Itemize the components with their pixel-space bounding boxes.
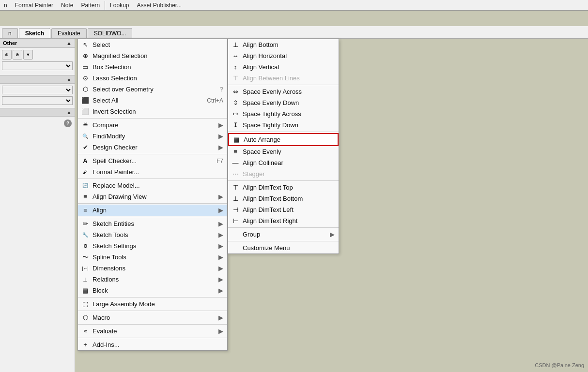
separator-8 [78, 324, 227, 325]
stagger-icon [231, 170, 240, 179]
aligndrawingview-arrow: ▶ [218, 193, 223, 200]
prop-expand-btn[interactable]: ▲ [66, 40, 72, 46]
help-icon[interactable]: ? [64, 119, 72, 127]
sketchtools-arrow: ▶ [218, 231, 223, 238]
menu-item-sketchsettings[interactable]: Sketch Settings ▶ [78, 240, 227, 252]
prop-select-2[interactable] [2, 86, 73, 94]
menu-item-selectgeom[interactable]: Select over Geometry ? [78, 84, 227, 95]
prop-section-expand-1[interactable]: ▲ [66, 76, 72, 82]
align-submenu-aligncollinear[interactable]: Align Collinear [228, 157, 339, 168]
group-arrow: ▶ [330, 231, 335, 238]
menu-n[interactable]: n [0, 1, 11, 10]
menu-item-aligndrawingview[interactable]: Align Drawing View ▶ [78, 191, 227, 202]
menu-item-lasso[interactable]: Lasso Selection [78, 73, 227, 84]
menu-item-magnified[interactable]: Magnified Selection [78, 50, 227, 61]
menu-asset-publisher[interactable]: Asset Publisher... [133, 1, 186, 10]
menu-item-formatpainter[interactable]: Format Painter... [78, 166, 227, 178]
prop-select-1[interactable] [2, 61, 73, 70]
align-horiz-icon [231, 52, 240, 60]
sketchentities-arrow: ▶ [218, 220, 223, 227]
prop-icon-btn-2[interactable]: ⊗ [13, 50, 22, 60]
align-submenu-alignhoriz[interactable]: Align Horizontal [228, 50, 339, 61]
tab-n[interactable]: n [2, 28, 18, 38]
align-between-icon [231, 74, 240, 83]
menu-item-evaluate[interactable]: Evaluate ▶ [78, 326, 227, 337]
menu-item-align[interactable]: Align ▶ [78, 205, 227, 216]
tab-evaluate[interactable]: Evaluate [51, 28, 87, 38]
menu-item-relations[interactable]: Relations ▶ [78, 274, 227, 285]
align-collinear-icon [231, 159, 240, 167]
designchecker-icon [81, 143, 90, 152]
compare-arrow: ▶ [218, 121, 223, 129]
menu-item-findmodify[interactable]: Find/Modify ▶ [78, 131, 227, 142]
sketchtools-icon [81, 231, 90, 239]
align-icon [81, 206, 90, 215]
align-submenu-spaceevenlydown[interactable]: Space Evenly Down [228, 97, 339, 108]
sketchentities-icon [81, 220, 90, 228]
menu-item-spellchecker[interactable]: Spell Checker... F7 [78, 155, 227, 166]
align-submenu-alignvert[interactable]: Align Vertical [228, 61, 339, 73]
menu-item-sketchentities[interactable]: Sketch Entities ▶ [78, 218, 227, 229]
property-panel: Other ▲ ⊕ ⊗ ▼ ▲ ▲ ? [0, 39, 75, 372]
sketchsettings-icon [81, 242, 90, 251]
align-dimtext-right-icon [231, 217, 240, 225]
align-submenu-alignbottom[interactable]: Align Bottom [228, 39, 339, 50]
align-submenu-group[interactable]: Group ▶ [228, 229, 339, 240]
menu-item-box[interactable]: Box Selection [78, 61, 227, 73]
spellchecker-icon [81, 157, 90, 165]
prop-select-3[interactable] [2, 96, 73, 105]
menu-format-painter[interactable]: Format Painter [11, 1, 57, 10]
align-submenu-aligndimtexttop[interactable]: Align DimText Top [228, 182, 339, 193]
watermark: CSDN @Paine Zeng [535, 362, 584, 368]
prop-icon-btn-1[interactable]: ⊕ [2, 50, 12, 60]
prop-section-expand-2[interactable]: ▲ [66, 109, 72, 115]
align-submenu-aligndimtextbottom[interactable]: Align DimText Bottom [228, 193, 339, 204]
align-bottom-icon [231, 41, 240, 49]
align-submenu-aligndimtextleft[interactable]: Align DimText Left [228, 204, 339, 215]
menu-item-splinetools[interactable]: Spline Tools ▶ [78, 252, 227, 263]
select-icon [81, 41, 90, 49]
macro-icon [81, 313, 90, 322]
prop-header-other: Other ▲ [0, 39, 75, 48]
align-submenu-spaceevenly[interactable]: Space Evenly [228, 146, 339, 157]
menu-pattern[interactable]: Pattern [77, 1, 104, 10]
menu-item-block[interactable]: Block ▶ [78, 285, 227, 296]
menu-item-select[interactable]: Select [78, 39, 227, 50]
space-tight-down-icon [231, 121, 240, 130]
tab-sketch[interactable]: Sketch [19, 28, 50, 38]
menu-item-addins[interactable]: Add-Ins... [78, 339, 227, 350]
align-submenu-customizemenu[interactable]: Customize Menu [228, 242, 339, 253]
menu-item-designchecker[interactable]: Design Checker ▶ [78, 142, 227, 153]
menu-item-compare[interactable]: Compare ▶ [78, 119, 227, 131]
aligndrawingview-icon [81, 193, 90, 201]
selectgeom-icon [81, 85, 90, 94]
menu-item-selectall[interactable]: Select All Ctrl+A [78, 95, 227, 106]
align-submenu-autoarrange[interactable]: Auto Arrange [228, 133, 339, 146]
align-sep-1 [228, 85, 339, 85]
menu-note[interactable]: Note [57, 1, 77, 10]
align-sep-3 [228, 180, 339, 181]
menu-item-macro[interactable]: Macro ▶ [78, 312, 227, 323]
align-submenu-spaceevenlyacross[interactable]: Space Evenly Across [228, 86, 339, 97]
menu-item-dimensions[interactable]: Dimensions ▶ [78, 263, 227, 274]
align-submenu-aligndimtextright[interactable]: Align DimText Right [228, 215, 339, 226]
macro-arrow: ▶ [218, 314, 223, 321]
menu-item-largeassembly[interactable]: Large Assembly Mode [78, 298, 227, 310]
separator-2 [78, 154, 227, 154]
customizemenu-icon [231, 244, 240, 253]
sketchsettings-arrow: ▶ [218, 242, 223, 250]
splinetools-arrow: ▶ [218, 253, 223, 261]
menu-item-replacemodel[interactable]: Replace Model... [78, 180, 227, 191]
group-icon [231, 230, 240, 239]
align-submenu-spacetightacross[interactable]: Space Tightly Across [228, 108, 339, 119]
lasso-icon [81, 74, 90, 83]
align-dimtext-bottom-icon [231, 194, 240, 203]
menu-item-sketchtools[interactable]: Sketch Tools ▶ [78, 229, 227, 240]
menu-item-invert[interactable]: Invert Selection [78, 106, 227, 117]
auto-arrange-icon [232, 135, 241, 144]
menu-lookup[interactable]: Lookup [106, 1, 133, 10]
prop-icon-btn-3[interactable]: ▼ [23, 50, 33, 60]
dimensions-icon [81, 264, 90, 273]
tab-solidworks[interactable]: SOLIDWO... [88, 28, 133, 38]
align-submenu-spacetightdown[interactable]: Space Tightly Down [228, 119, 339, 131]
